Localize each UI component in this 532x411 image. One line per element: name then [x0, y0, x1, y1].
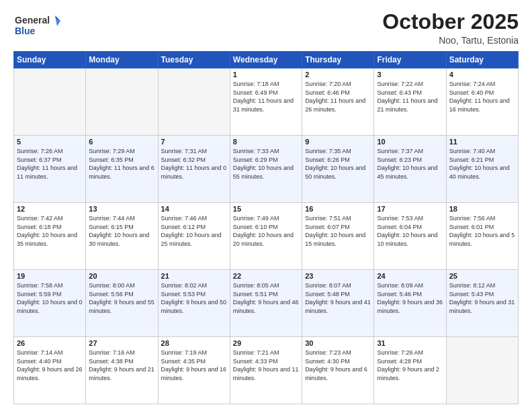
calendar-header-row: Sunday Monday Tuesday Wednesday Thursday… [14, 52, 519, 68]
calendar-week-row: 19 Sunrise: 7:58 AMSunset: 5:59 PMDaylig… [14, 270, 519, 337]
day-info: Sunrise: 7:20 AMSunset: 6:46 PMDaylight:… [305, 81, 365, 113]
day-info: Sunrise: 8:00 AMSunset: 5:56 PMDaylight:… [89, 282, 154, 314]
day-number: 12 [17, 205, 83, 213]
day-number: 15 [233, 205, 299, 213]
day-number: 2 [305, 71, 371, 79]
day-info: Sunrise: 8:09 AMSunset: 5:46 PMDaylight:… [377, 282, 443, 314]
day-number: 27 [89, 339, 154, 347]
day-number: 19 [17, 272, 83, 280]
day-info: Sunrise: 7:53 AMSunset: 6:04 PMDaylight:… [377, 215, 437, 247]
calendar-cell [158, 68, 230, 136]
calendar-cell: 6 Sunrise: 7:29 AMSunset: 6:35 PMDayligh… [86, 136, 158, 203]
day-number: 21 [161, 272, 227, 280]
day-number: 6 [89, 138, 154, 146]
day-info: Sunrise: 7:35 AMSunset: 6:26 PMDaylight:… [305, 148, 365, 180]
col-monday: Monday [86, 52, 158, 68]
day-number: 9 [305, 138, 371, 146]
day-number: 22 [233, 272, 299, 280]
calendar-cell [14, 68, 86, 136]
calendar-cell: 19 Sunrise: 7:58 AMSunset: 5:59 PMDaylig… [14, 270, 86, 337]
page: General Blue October 2025 Noo, Tartu, Es… [0, 0, 532, 411]
calendar-cell: 5 Sunrise: 7:26 AMSunset: 6:37 PMDayligh… [14, 136, 86, 203]
day-number: 28 [161, 339, 227, 347]
col-sunday: Sunday [14, 52, 86, 68]
col-tuesday: Tuesday [158, 52, 230, 68]
day-info: Sunrise: 7:46 AMSunset: 6:12 PMDaylight:… [161, 215, 222, 247]
day-number: 24 [377, 272, 443, 280]
svg-text:Blue: Blue [15, 26, 36, 36]
day-number: 20 [89, 272, 154, 280]
calendar-cell: 25 Sunrise: 8:12 AMSunset: 5:43 PMDaylig… [446, 270, 518, 337]
day-number: 26 [17, 339, 83, 347]
calendar-week-row: 1 Sunrise: 7:18 AMSunset: 6:49 PMDayligh… [14, 68, 519, 136]
col-thursday: Thursday [302, 52, 374, 68]
day-info: Sunrise: 7:24 AMSunset: 6:40 PMDaylight:… [449, 81, 510, 113]
day-info: Sunrise: 7:40 AMSunset: 6:21 PMDaylight:… [449, 148, 510, 180]
day-number: 23 [305, 272, 371, 280]
calendar-table: Sunday Monday Tuesday Wednesday Thursday… [13, 51, 519, 404]
day-number: 25 [449, 272, 515, 280]
calendar-cell: 13 Sunrise: 7:44 AMSunset: 6:15 PMDaylig… [86, 203, 158, 270]
day-info: Sunrise: 7:58 AMSunset: 5:59 PMDaylight:… [17, 282, 83, 314]
calendar-cell: 28 Sunrise: 7:19 AMSunset: 4:35 PMDaylig… [158, 337, 230, 404]
day-info: Sunrise: 7:19 AMSunset: 4:35 PMDaylight:… [161, 349, 227, 381]
calendar-cell: 7 Sunrise: 7:31 AMSunset: 6:32 PMDayligh… [158, 136, 230, 203]
day-info: Sunrise: 7:26 AMSunset: 6:37 PMDaylight:… [17, 148, 77, 180]
day-info: Sunrise: 7:26 AMSunset: 4:28 PMDaylight:… [377, 349, 439, 381]
day-info: Sunrise: 7:56 AMSunset: 6:01 PMDaylight:… [449, 215, 515, 247]
day-info: Sunrise: 7:51 AMSunset: 6:07 PMDaylight:… [305, 215, 365, 247]
day-info: Sunrise: 8:12 AMSunset: 5:43 PMDaylight:… [449, 282, 515, 314]
svg-text:General: General [15, 15, 50, 26]
day-number: 10 [377, 138, 443, 146]
calendar-cell: 22 Sunrise: 8:05 AMSunset: 5:51 PMDaylig… [230, 270, 302, 337]
calendar-cell: 30 Sunrise: 7:23 AMSunset: 4:30 PMDaylig… [302, 337, 374, 404]
day-info: Sunrise: 7:42 AMSunset: 6:18 PMDaylight:… [17, 215, 77, 247]
day-info: Sunrise: 7:21 AMSunset: 4:33 PMDaylight:… [233, 349, 299, 381]
title-block: October 2025 Noo, Tartu, Estonia [382, 10, 519, 46]
calendar-cell: 3 Sunrise: 7:22 AMSunset: 6:43 PMDayligh… [374, 68, 446, 136]
calendar-week-row: 5 Sunrise: 7:26 AMSunset: 6:37 PMDayligh… [14, 136, 519, 203]
calendar-cell [446, 337, 518, 404]
calendar-cell: 15 Sunrise: 7:49 AMSunset: 6:10 PMDaylig… [230, 203, 302, 270]
calendar-cell: 10 Sunrise: 7:37 AMSunset: 6:23 PMDaylig… [374, 136, 446, 203]
logo-svg: General Blue [13, 10, 60, 40]
day-info: Sunrise: 7:49 AMSunset: 6:10 PMDaylight:… [233, 215, 294, 247]
day-number: 18 [449, 205, 515, 213]
day-number: 29 [233, 339, 299, 347]
day-number: 11 [449, 138, 515, 146]
day-number: 8 [233, 138, 299, 146]
calendar-cell: 8 Sunrise: 7:33 AMSunset: 6:29 PMDayligh… [230, 136, 302, 203]
calendar-cell: 16 Sunrise: 7:51 AMSunset: 6:07 PMDaylig… [302, 203, 374, 270]
day-info: Sunrise: 7:37 AMSunset: 6:23 PMDaylight:… [377, 148, 437, 180]
day-info: Sunrise: 7:14 AMSunset: 4:40 PMDaylight:… [17, 349, 83, 381]
day-number: 13 [89, 205, 154, 213]
day-number: 4 [449, 71, 515, 79]
day-info: Sunrise: 8:05 AMSunset: 5:51 PMDaylight:… [233, 282, 299, 314]
col-friday: Friday [374, 52, 446, 68]
calendar-cell: 17 Sunrise: 7:53 AMSunset: 6:04 PMDaylig… [374, 203, 446, 270]
day-info: Sunrise: 7:29 AMSunset: 6:35 PMDaylight:… [89, 148, 154, 180]
col-wednesday: Wednesday [230, 52, 302, 68]
month-title: October 2025 [382, 10, 519, 34]
day-number: 5 [17, 138, 83, 146]
col-saturday: Saturday [446, 52, 518, 68]
day-number: 3 [377, 71, 443, 79]
calendar-cell: 14 Sunrise: 7:46 AMSunset: 6:12 PMDaylig… [158, 203, 230, 270]
calendar-cell: 31 Sunrise: 7:26 AMSunset: 4:28 PMDaylig… [374, 337, 446, 404]
day-info: Sunrise: 7:23 AMSunset: 4:30 PMDaylight:… [305, 349, 367, 381]
day-number: 17 [377, 205, 443, 213]
day-number: 31 [377, 339, 443, 347]
day-number: 7 [161, 138, 227, 146]
calendar-cell: 12 Sunrise: 7:42 AMSunset: 6:18 PMDaylig… [14, 203, 86, 270]
calendar-cell: 23 Sunrise: 8:07 AMSunset: 5:48 PMDaylig… [302, 270, 374, 337]
day-number: 14 [161, 205, 227, 213]
calendar-cell: 18 Sunrise: 7:56 AMSunset: 6:01 PMDaylig… [446, 203, 518, 270]
calendar-cell: 20 Sunrise: 8:00 AMSunset: 5:56 PMDaylig… [86, 270, 158, 337]
calendar-cell: 29 Sunrise: 7:21 AMSunset: 4:33 PMDaylig… [230, 337, 302, 404]
calendar-cell: 11 Sunrise: 7:40 AMSunset: 6:21 PMDaylig… [446, 136, 518, 203]
calendar-cell: 26 Sunrise: 7:14 AMSunset: 4:40 PMDaylig… [14, 337, 86, 404]
day-number: 30 [305, 339, 371, 347]
calendar-cell: 1 Sunrise: 7:18 AMSunset: 6:49 PMDayligh… [230, 68, 302, 136]
calendar-cell [86, 68, 158, 136]
calendar-cell: 27 Sunrise: 7:16 AMSunset: 4:38 PMDaylig… [86, 337, 158, 404]
